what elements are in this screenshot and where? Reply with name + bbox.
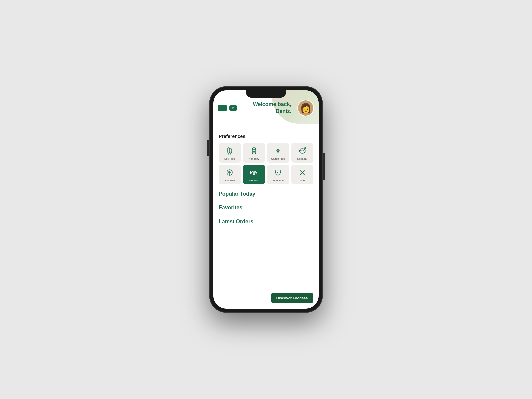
pref-soy-free[interactable]: Soy Free (219, 143, 241, 163)
soy-free-label: Soy Free (224, 158, 235, 161)
gluten-free-label: Gluten Free (271, 158, 285, 161)
no-meat-label: No meat (297, 158, 307, 161)
svg-point-9 (253, 151, 255, 152)
soy-free-icon (224, 146, 235, 156)
avatar-image: 👩 (300, 103, 312, 114)
vegetarian-label: Vegetarian (272, 179, 284, 182)
svg-rect-1 (230, 149, 232, 153)
pref-other[interactable]: Other (291, 165, 314, 184)
pref-no-fish[interactable]: No Fish (243, 165, 265, 184)
notch (246, 90, 286, 98)
svg-rect-0 (228, 148, 230, 153)
other-label: Other (299, 179, 306, 182)
phone-device: T1 Welcome back, Deniz. 👩 Preferences (209, 86, 323, 313)
power-button (323, 153, 325, 180)
popular-today-link[interactable]: Popular Today (219, 191, 313, 197)
user-avatar[interactable]: 👩 (297, 100, 314, 116)
svg-point-16 (255, 172, 256, 172)
pref-nut-free[interactable]: Nut Free (219, 165, 241, 184)
preferences-title: Preferences (219, 134, 313, 139)
main-content: Preferences So (213, 130, 319, 259)
hamburger-menu-button[interactable] (218, 105, 227, 111)
app-screen: T1 Welcome back, Deniz. 👩 Preferences (213, 90, 319, 309)
latest-orders-link[interactable]: Latest Orders (219, 219, 313, 225)
discover-foods-button[interactable]: Discover Foods>> (271, 293, 313, 303)
preferences-grid: Soy Free Nond (219, 143, 313, 184)
volume-button (207, 140, 209, 156)
favorites-link[interactable]: Favorites (219, 205, 313, 211)
nut-free-label: Nut Free (225, 179, 235, 182)
welcome-message: Welcome back, Deniz. (240, 101, 291, 115)
no-meat-icon (297, 146, 308, 156)
gluten-free-icon (273, 146, 283, 156)
welcome-text: Welcome back, Deniz. (240, 101, 295, 115)
pref-nondairy[interactable]: Nondairy (243, 143, 265, 163)
vegetarian-icon (273, 167, 283, 178)
nondairy-icon (249, 146, 259, 156)
phone-screen: T1 Welcome back, Deniz. 👩 Preferences (213, 90, 319, 309)
other-icon (297, 167, 308, 178)
no-fish-icon (249, 167, 259, 178)
pref-gluten-free[interactable]: Gluten Free (267, 143, 289, 163)
pref-vegetarian[interactable]: Vegetarian (267, 165, 289, 184)
no-fish-label: No Fish (249, 179, 259, 182)
t1-badge: T1 (229, 105, 237, 111)
nondairy-label: Nondairy (249, 158, 259, 161)
nut-free-icon (224, 167, 235, 178)
pref-no-meat[interactable]: No meat (291, 143, 314, 163)
